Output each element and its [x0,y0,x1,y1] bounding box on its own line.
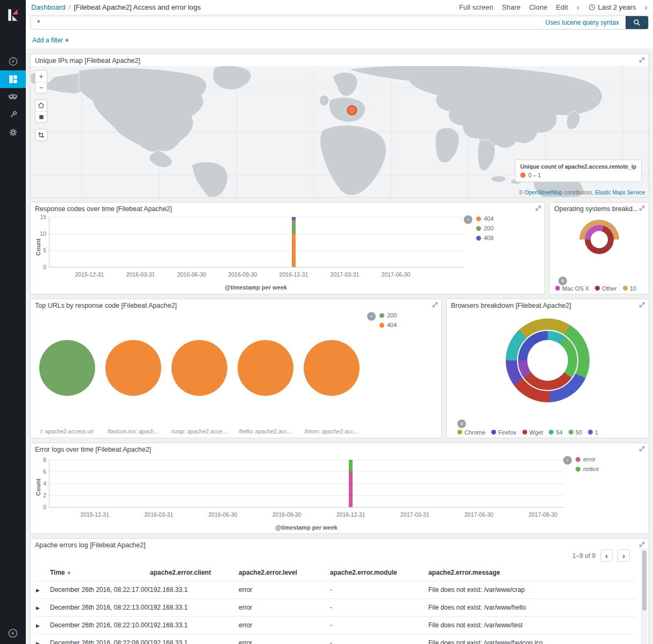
expand-panel-icon[interactable] [535,205,541,211]
column-header-module[interactable]: apache2.error.module [330,565,428,581]
sidebar-item-timelion[interactable] [0,88,26,106]
os-donut-chart[interactable] [579,220,619,259]
zoom-out-button[interactable]: − [35,82,47,93]
expand-row-icon[interactable]: ▶ [36,623,40,628]
time-forward-button[interactable]: › [644,3,648,12]
full-screen-button[interactable]: Full screen [459,3,493,11]
legend-item[interactable]: 408 [476,235,493,241]
map-crop-control [35,129,47,141]
sidebar-item-dev-tools[interactable] [0,106,26,124]
kibana-logo[interactable] [0,0,26,30]
sidebar-item-management[interactable] [0,124,26,141]
edit-button[interactable]: Edit [556,3,568,11]
legend-item[interactable]: Mac OS X [555,285,589,292]
pie-cell: /: apache2.access.url [34,340,100,435]
breadcrumb-dashboard-link[interactable]: Dashboard [31,3,66,11]
collapse-nav-button[interactable] [8,628,18,639]
sidebar-item-dashboard[interactable] [0,70,26,88]
response-codes-chart[interactable]: 0510152015-12-312016-03-312016-06-302016… [49,217,463,267]
legend-item[interactable]: error [576,456,599,462]
draw-polygon-button[interactable] [35,100,47,111]
sidebar-item-discover[interactable] [0,53,26,70]
browsers-donut-chart[interactable] [506,319,590,402]
legend-label: Firefox [498,429,516,436]
cell-message: File does not exist: /var/www/favicon.ic… [428,634,635,644]
column-header-level[interactable]: apache2.error.level [239,565,330,581]
next-page-button[interactable]: › [618,549,630,562]
time-picker-button[interactable]: Last 2 years [589,3,636,11]
bar-segment-404[interactable] [292,234,296,267]
pie-chart-404[interactable] [105,340,161,396]
legend-item[interactable]: 54 [549,429,562,436]
legend-item[interactable]: 1 [588,429,598,436]
expand-panel-icon[interactable] [639,302,645,308]
legend-item[interactable]: Firefox [491,429,516,436]
legend-toggle-icon[interactable]: › [563,456,572,465]
pie-chart-404[interactable] [304,340,360,396]
geo-marker[interactable] [347,106,356,115]
legend-swatch [379,323,384,328]
legend-item[interactable]: Other [595,285,617,292]
legend-item[interactable]: 200 [379,312,397,319]
previous-page-button[interactable]: ‹ [600,549,613,562]
legend-item[interactable]: 200 [476,225,493,231]
legend-item[interactable]: 404 [476,215,493,222]
lucene-syntax-link[interactable]: Uses lucene query syntax [546,19,619,26]
legend-item[interactable]: Wget [522,429,543,436]
time-back-button[interactable]: ‹ [577,3,580,12]
legend-item[interactable]: 10 [623,285,636,292]
pie-chart-200[interactable] [39,340,95,396]
clone-button[interactable]: Clone [529,3,547,11]
pie-label: /hmm: apache2.acc... [304,428,358,435]
add-filter-button[interactable]: Add a filter + [32,37,69,44]
legend-swatch [522,430,527,435]
panel-title: Response codes over time [Filebeat Apach… [35,205,172,213]
pie-chart-404[interactable] [171,340,227,396]
bar-segment-408[interactable] [292,217,296,220]
expand-panel-icon[interactable] [639,57,645,63]
crop-filter-button[interactable] [35,129,47,141]
pie-cell: /crap: apache2.acce... [166,340,232,435]
bar-segment-notice[interactable] [349,460,353,472]
y-axis-label: Count [35,238,41,256]
donut-hole [527,340,568,381]
share-button[interactable]: Share [502,3,521,11]
expand-panel-icon[interactable] [432,302,438,308]
legend-item[interactable]: Chrome [457,429,485,436]
column-header-time[interactable]: Time▼ [50,565,150,581]
legend-toggle-icon[interactable]: ∨ [457,419,466,428]
table-body: ▶December 26th 2016, 08:22:17.000192.168… [36,581,635,644]
search-button[interactable] [626,16,648,30]
elastic-maps-service-link[interactable]: Elastic Maps Service [595,190,645,196]
column-header-client[interactable]: apache2.error.client [150,565,239,581]
query-input[interactable]: * Uses lucene query syntax [30,16,649,30]
expand-row-icon[interactable]: ▶ [36,641,40,644]
expand-row-icon[interactable]: ▶ [36,588,40,593]
chart-legend: Mac OS XOther10 [555,284,642,292]
legend-toggle-icon[interactable]: › [367,312,376,321]
legend-toggle-icon[interactable]: › [464,215,472,224]
openstreetmap-link[interactable]: OpenStreetMap [525,190,563,196]
y-tick-label: 4 [43,480,46,487]
x-tick-label: 2015-12-31 [75,271,104,278]
column-header-message[interactable]: apache2.error.message [428,565,635,581]
pie-chart-404[interactable] [238,340,293,396]
bar-segment-200[interactable] [292,220,296,234]
table-scrollbar-thumb[interactable] [642,551,647,611]
map-canvas[interactable]: + − [31,66,648,197]
error-logs-chart[interactable]: 024682015-12-312016-03-312016-06-302016-… [49,460,564,508]
expand-panel-icon[interactable] [639,205,645,211]
expand-panel-icon[interactable] [639,541,645,547]
legend-swatch [588,430,593,435]
legend-item[interactable]: 50 [569,429,582,436]
zoom-in-button[interactable]: + [35,70,47,82]
draw-rectangle-button[interactable] [35,111,47,122]
legend-item[interactable]: 404 [379,322,397,328]
expand-panel-icon[interactable] [639,446,645,452]
map-zoom-control: + − [35,70,47,93]
expand-row-icon[interactable]: ▶ [36,605,40,611]
x-tick-label: 2016-06-30 [177,271,206,278]
bar-segment-error[interactable] [349,472,353,507]
legend-item[interactable]: notice [576,466,599,472]
pie-label: /hello: apache2.acc... [239,428,292,435]
